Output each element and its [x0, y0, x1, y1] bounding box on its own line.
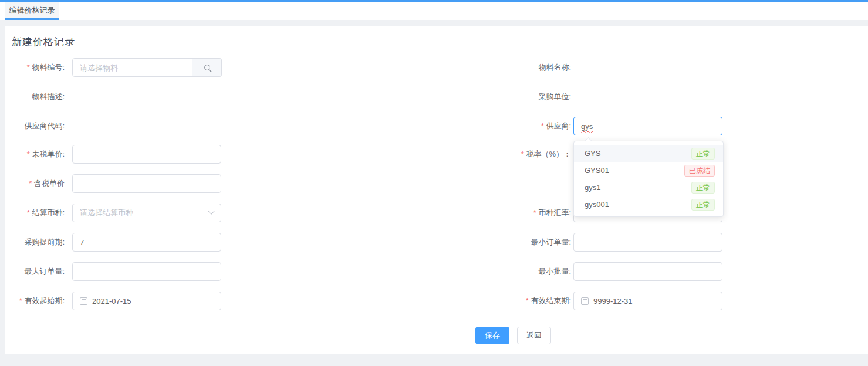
back-button[interactable]: 返回: [517, 327, 551, 344]
supplier-dropdown: GYS 正常 GYS01 已冻结 gys1 正常 gys001 正常: [573, 141, 724, 217]
dropdown-arrow: [585, 137, 592, 145]
supplier-option[interactable]: GYS01 已冻结: [574, 162, 723, 179]
supplier-option-name: gys001: [585, 200, 609, 209]
supplier-option[interactable]: gys1 正常: [574, 179, 723, 196]
status-badge: 已冻结: [684, 165, 715, 177]
supplier-input-value: gys: [581, 122, 593, 131]
label-supplier: 供应商:: [424, 117, 571, 135]
valid-end-date-input[interactable]: 9999-12-31: [573, 292, 722, 310]
tax-included-price-input[interactable]: [72, 174, 221, 193]
max-order-qty-input[interactable]: [72, 262, 221, 281]
min-order-qty-input[interactable]: [573, 233, 722, 252]
tab-bar: 编辑价格记录: [0, 2, 868, 20]
material-search-button[interactable]: [192, 58, 222, 77]
label-min-batch-qty: 最小批量:: [424, 262, 571, 281]
chevron-down-icon: [208, 208, 214, 215]
valid-start-value: 2021-07-15: [92, 297, 131, 306]
status-badge: 正常: [691, 148, 715, 160]
label-min-order-qty: 最小订单量:: [424, 233, 571, 252]
settlement-currency-select[interactable]: 请选择结算币种: [72, 204, 221, 222]
status-badge: 正常: [691, 199, 715, 211]
settlement-currency-placeholder: 请选择结算币种: [80, 208, 133, 218]
label-valid-start: 有效起始期:: [6, 292, 65, 310]
supplier-option-name: GYS: [585, 149, 600, 158]
search-icon: [204, 65, 210, 70]
untaxed-price-input[interactable]: [72, 145, 221, 164]
supplier-option[interactable]: GYS 正常: [574, 145, 723, 162]
status-badge: 正常: [691, 182, 715, 194]
calendar-icon: [80, 297, 87, 305]
valid-end-value: 9999-12-31: [593, 297, 633, 306]
supplier-option-name: gys1: [585, 183, 600, 192]
label-material-code: 物料编号:: [6, 58, 65, 77]
label-purchase-unit: 采购单位:: [424, 87, 571, 106]
page-title: 新建价格记录: [12, 35, 75, 49]
label-max-order-qty: 最大订单量:: [6, 262, 65, 281]
label-supplier-code: 供应商代码:: [6, 117, 65, 135]
label-settlement-currency: 结算币种:: [6, 204, 65, 222]
label-tax-included-price: 含税单价: [6, 174, 65, 193]
label-material-desc: 物料描述:: [6, 87, 65, 106]
purchase-lead-time-input[interactable]: [72, 233, 221, 252]
supplier-option-name: GYS01: [585, 166, 609, 175]
calendar-icon: [581, 297, 589, 305]
tab-edit-price-record[interactable]: 编辑价格记录: [5, 2, 59, 20]
tab-label: 编辑价格记录: [9, 5, 55, 16]
min-batch-qty-input[interactable]: [573, 262, 722, 281]
material-code-input[interactable]: [72, 58, 192, 77]
supplier-input[interactable]: gys: [573, 117, 722, 135]
label-untaxed-price: 未税单价:: [6, 145, 65, 164]
supplier-option[interactable]: gys001 正常: [574, 196, 723, 213]
label-valid-end: 有效结束期:: [424, 292, 571, 310]
label-material-name: 物料名称:: [424, 58, 571, 77]
label-currency-rate: 币种汇率:: [424, 204, 571, 222]
label-purchase-lead-time: 采购提前期:: [6, 233, 65, 252]
label-tax-rate: 税率（%）：: [424, 145, 571, 164]
valid-start-date-input[interactable]: 2021-07-15: [72, 292, 221, 310]
form-panel: 新建价格记录 物料编号: 物料名称: 物料描述: 采购单位: 供应商代码: 供应…: [5, 26, 868, 354]
save-button[interactable]: 保存: [475, 327, 509, 344]
